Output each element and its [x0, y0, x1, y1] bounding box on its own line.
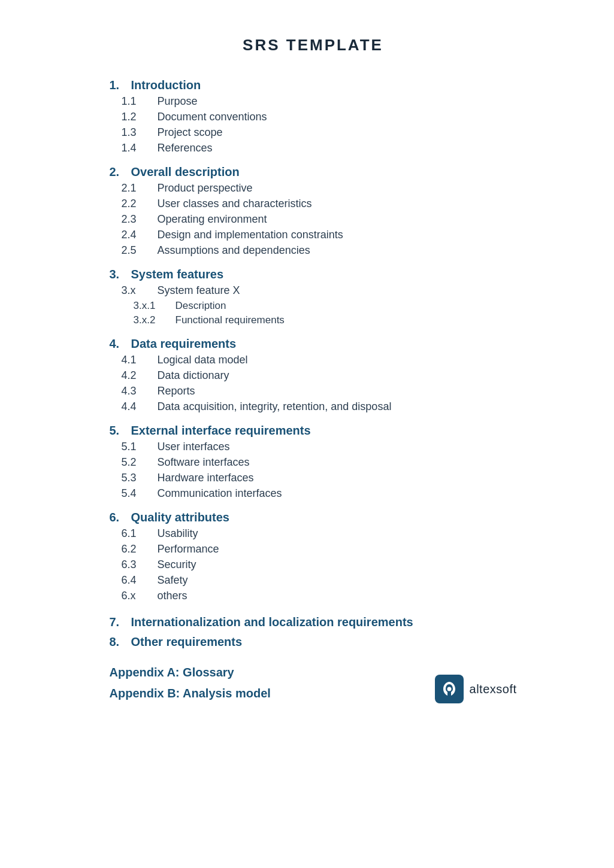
- list-item: 2.3 Operating environment: [122, 213, 517, 226]
- sub-title: Product perspective: [158, 182, 253, 195]
- section-3-number: 3.: [110, 268, 131, 281]
- list-item: 2.2 User classes and characteristics: [122, 198, 517, 210]
- section-5-title: External interface requirements: [131, 424, 311, 438]
- section-5: 5. External interface requirements 5.1 U…: [110, 424, 517, 500]
- section-3-title: System features: [131, 268, 224, 281]
- sub-title: Logical data model: [158, 354, 248, 366]
- section-2-title: Overall description: [131, 165, 240, 179]
- list-item: 1.1 Purpose: [122, 95, 517, 108]
- sub-number: 6.2: [122, 543, 158, 556]
- sub-number: 5.3: [122, 472, 158, 484]
- sub-title: Usability: [158, 527, 198, 540]
- sub-number: 4.1: [122, 354, 158, 366]
- list-item: 3.x.2 Functional requirements: [134, 314, 517, 326]
- section-7-number: 7.: [110, 615, 131, 629]
- list-item: 6.x others: [122, 590, 517, 602]
- sub-title: Data dictionary: [158, 369, 229, 382]
- list-item: 6.4 Safety: [122, 574, 517, 587]
- section-5-subitems: 5.1 User interfaces 5.2 Software interfa…: [122, 441, 517, 500]
- sub-title: Security: [158, 559, 196, 571]
- sub-number: 5.2: [122, 456, 158, 469]
- sub-title: others: [158, 590, 187, 602]
- section-5-number: 5.: [110, 424, 131, 438]
- section-2-number: 2.: [110, 165, 131, 179]
- sub-number: 2.2: [122, 198, 158, 210]
- section-2: 2. Overall description 2.1 Product persp…: [110, 165, 517, 257]
- list-item: 4.3 Reports: [122, 385, 517, 397]
- list-item: 3.x System feature X: [122, 284, 517, 297]
- sub-number: 4.3: [122, 385, 158, 397]
- list-item: 4.4 Data acquisition, integrity, retenti…: [122, 400, 517, 413]
- section-3-subsubitems: 3.x.1 Description 3.x.2 Functional requi…: [134, 300, 517, 326]
- sub-title: Data acquisition, integrity, retention, …: [158, 400, 392, 413]
- list-item: 2.4 Design and implementation constraint…: [122, 229, 517, 241]
- section-2-subitems: 2.1 Product perspective 2.2 User classes…: [122, 182, 517, 257]
- section-3: 3. System features 3.x System feature X …: [110, 268, 517, 326]
- sub-title: Assumptions and dependencies: [158, 244, 310, 257]
- page-container: SRS TEMPLATE 1. Introduction 1.1 Purpose…: [74, 0, 541, 736]
- section-4-number: 4.: [110, 337, 131, 351]
- sub-number: 6.4: [122, 574, 158, 587]
- list-item: 1.3 Project scope: [122, 126, 517, 139]
- sub-title: Project scope: [158, 126, 223, 139]
- page-title: SRS TEMPLATE: [110, 36, 517, 54]
- sub-number: 2.5: [122, 244, 158, 257]
- sub-number: 2.4: [122, 229, 158, 241]
- svg-point-0: [447, 687, 451, 691]
- sub-number: 2.3: [122, 213, 158, 226]
- sub-title: Communication interfaces: [158, 487, 282, 500]
- section-7: 7. Internationalization and localization…: [110, 615, 517, 629]
- section-7-title: Internationalization and localization re…: [131, 615, 413, 629]
- list-item: 5.3 Hardware interfaces: [122, 472, 517, 484]
- section-1: 1. Introduction 1.1 Purpose 1.2 Document…: [110, 78, 517, 154]
- list-item: 6.1 Usability: [122, 527, 517, 540]
- list-item: 1.2 Document conventions: [122, 111, 517, 123]
- sub-number: 1.4: [122, 142, 158, 154]
- sub-number: 1.3: [122, 126, 158, 139]
- sub-number: 6.3: [122, 559, 158, 571]
- sub-number: 2.1: [122, 182, 158, 195]
- table-of-contents: 1. Introduction 1.1 Purpose 1.2 Document…: [110, 78, 517, 649]
- section-6: 6. Quality attributes 6.1 Usability 6.2 …: [110, 511, 517, 602]
- list-item: 1.4 References: [122, 142, 517, 154]
- sub-number: 1.1: [122, 95, 158, 108]
- sub-title: References: [158, 142, 213, 154]
- sub-number: 4.4: [122, 400, 158, 413]
- section-4-title: Data requirements: [131, 337, 237, 351]
- section-8-number: 8.: [110, 635, 131, 649]
- list-item: 5.1 User interfaces: [122, 441, 517, 453]
- section-4: 4. Data requirements 4.1 Logical data mo…: [110, 337, 517, 413]
- logo-svg: [440, 680, 458, 698]
- list-item: 6.2 Performance: [122, 543, 517, 556]
- list-item: 5.4 Communication interfaces: [122, 487, 517, 500]
- footer-logo: altexsoft: [435, 675, 517, 703]
- section-8-title: Other requirements: [131, 635, 243, 649]
- sub-number: 6.x: [122, 590, 158, 602]
- sub-title: Purpose: [158, 95, 198, 108]
- list-item: 4.2 Data dictionary: [122, 369, 517, 382]
- sub-number: 6.1: [122, 527, 158, 540]
- list-item: 2.1 Product perspective: [122, 182, 517, 195]
- sub-title: Hardware interfaces: [158, 472, 254, 484]
- section-1-number: 1.: [110, 78, 131, 92]
- list-item: 4.1 Logical data model: [122, 354, 517, 366]
- sub-title: Document conventions: [158, 111, 267, 123]
- sub-title: Safety: [158, 574, 188, 587]
- sub-number: 3.x: [122, 284, 158, 297]
- section-6-title: Quality attributes: [131, 511, 229, 524]
- sub-title: User classes and characteristics: [158, 198, 312, 210]
- section-1-title: Introduction: [131, 78, 201, 92]
- list-item: 3.x.1 Description: [134, 300, 517, 312]
- sub-title: System feature X: [158, 284, 240, 297]
- sub-sub-title: Description: [176, 300, 226, 312]
- sub-sub-title: Functional requirements: [176, 314, 285, 326]
- section-1-subitems: 1.1 Purpose 1.2 Document conventions 1.3…: [122, 95, 517, 154]
- sub-sub-number: 3.x.1: [134, 300, 176, 312]
- sub-title: Performance: [158, 543, 219, 556]
- altexsoft-logo-text: altexsoft: [470, 682, 517, 696]
- sub-sub-number: 3.x.2: [134, 314, 176, 326]
- sub-title: User interfaces: [158, 441, 230, 453]
- sub-title: Software interfaces: [158, 456, 250, 469]
- section-6-number: 6.: [110, 511, 131, 524]
- section-8: 8. Other requirements: [110, 635, 517, 649]
